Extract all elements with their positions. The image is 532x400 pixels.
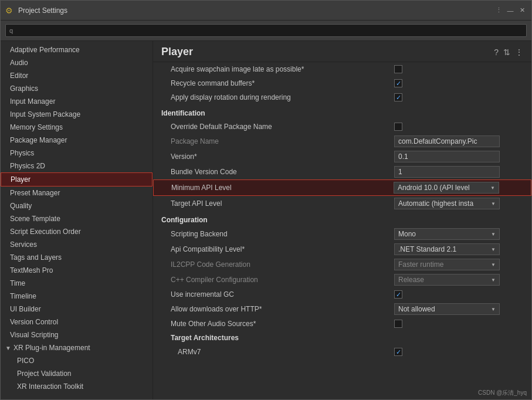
dropdown-il2cpp[interactable]: Faster runtime ▼: [394, 259, 500, 270]
sidebar-item-editor[interactable]: Editor: [1, 69, 153, 82]
sidebar-item-time[interactable]: Time: [1, 277, 153, 290]
sidebar-item-package-manager[interactable]: Package Manager: [1, 134, 153, 147]
dropdown-scripting-backend[interactable]: Mono ▼: [394, 228, 500, 240]
sidebar-item-version-control[interactable]: Version Control: [1, 316, 153, 328]
row-label-bundle-version: Bundle Version Code: [161, 168, 394, 176]
row-label-target-arch: Target Architectures: [161, 334, 523, 342]
row-value-cpp-compiler: Release ▼: [394, 274, 523, 286]
row-package-name: Package Name com.DefaultCompany.Pic: [153, 134, 531, 149]
sidebar-item-timeline[interactable]: Timeline: [1, 290, 153, 303]
minimize-button[interactable]: —: [506, 6, 515, 15]
row-scripting-backend: Scripting Backend Mono ▼: [153, 226, 531, 242]
section-identification: Identification: [153, 104, 531, 120]
checkbox-armv7[interactable]: [394, 348, 402, 356]
dropdown-allow-downloads-arrow: ▼: [491, 307, 496, 312]
field-bundle-version[interactable]: 1: [394, 166, 500, 178]
row-label-il2cpp: IL2CPP Code Generation: [161, 260, 394, 269]
sidebar-item-input-system-package[interactable]: Input System Package: [1, 108, 153, 121]
checkbox-override-package[interactable]: [394, 123, 402, 131]
dropdown-target-api-arrow: ▼: [491, 201, 496, 206]
row-il2cpp: IL2CPP Code Generation Faster runtime ▼: [153, 257, 531, 272]
sidebar-item-services[interactable]: Services: [1, 238, 153, 251]
field-package-name[interactable]: com.DefaultCompany.Pic: [394, 135, 500, 147]
row-label-apply-display: Apply display rotation during rendering: [161, 93, 394, 101]
sidebar-item-graphics[interactable]: Graphics: [1, 82, 153, 95]
search-icon: q: [9, 27, 13, 34]
sidebar-item-memory-settings[interactable]: Memory Settings: [1, 121, 153, 134]
sidebar-item-xr-interaction-toolkit[interactable]: XR Interaction Toolkit: [1, 380, 153, 393]
menu-icon[interactable]: ⋮: [494, 6, 503, 15]
layout-icon[interactable]: ⇅: [503, 48, 510, 57]
field-version[interactable]: 0.1: [394, 151, 500, 162]
row-acquire-swapchain: Acquire swapchain image late as possible…: [153, 62, 531, 76]
search-input[interactable]: [15, 26, 523, 35]
checkbox-acquire[interactable]: [394, 65, 402, 73]
sidebar-item-audio[interactable]: Audio: [1, 56, 153, 69]
row-value-scripting-backend: Mono ▼: [394, 228, 523, 240]
row-bundle-version: Bundle Version Code 1: [153, 164, 531, 179]
checkbox-recycle[interactable]: [394, 79, 402, 87]
sidebar-item-scene-template[interactable]: Scene Template: [1, 212, 153, 225]
dropdown-cpp-compiler[interactable]: Release ▼: [394, 274, 500, 286]
dropdown-scripting-backend-value: Mono: [398, 230, 416, 238]
right-panel: Player ? ⇅ ⋮ Acquire swapchain image lat…: [153, 41, 531, 399]
close-button[interactable]: ✕: [517, 6, 527, 15]
dropdown-minimum-api[interactable]: Android 10.0 (API level ▼: [394, 182, 499, 194]
row-target-arch-header: Target Architectures: [153, 331, 531, 345]
row-target-api: Target API Level Automatic (highest inst…: [153, 196, 531, 211]
row-label-api-compat: Api Compatibility Level*: [161, 245, 394, 253]
sidebar-item-ui-builder[interactable]: UI Builder: [1, 303, 153, 316]
sidebar-item-project-validation[interactable]: Project Validation: [1, 367, 153, 380]
sidebar-item-pico[interactable]: PICO: [1, 354, 153, 367]
row-label-mute-audio: Mute Other Audio Sources*: [161, 320, 394, 328]
sidebar-item-script-execution-order[interactable]: Script Execution Order: [1, 225, 153, 238]
checkbox-apply-display[interactable]: [394, 93, 402, 101]
dropdown-minimum-api-arrow: ▼: [490, 185, 495, 191]
more-icon[interactable]: ⋮: [515, 48, 523, 57]
title-bar-controls: ⋮ — ✕: [494, 6, 527, 15]
help-icon[interactable]: ?: [494, 48, 499, 57]
dropdown-allow-downloads-value: Not allowed: [398, 305, 435, 313]
row-apply-display: Apply display rotation during rendering: [153, 90, 531, 104]
dropdown-scripting-backend-arrow: ▼: [491, 232, 496, 237]
sidebar-item-preset-manager[interactable]: Preset Manager: [1, 187, 153, 199]
sidebar-item-physics-2d[interactable]: Physics 2D: [1, 160, 153, 172]
row-label-acquire: Acquire swapchain image late as possible…: [161, 65, 394, 73]
row-label-allow-downloads: Allow downloads over HTTP*: [161, 305, 394, 313]
row-label-recycle: Recycle command buffers*: [161, 79, 394, 87]
sidebar-item-tags-and-layers[interactable]: Tags and Layers: [1, 251, 153, 264]
row-value-apply-display: [394, 93, 523, 101]
sidebar-item-textmesh-pro[interactable]: TextMesh Pro: [1, 264, 153, 277]
sidebar-item-quality[interactable]: Quality: [1, 199, 153, 212]
row-value-mute-audio: [394, 320, 523, 328]
row-minimum-api: Minimum API Level Android 10.0 (API leve…: [153, 179, 531, 196]
row-label-target-api: Target API Level: [161, 199, 394, 208]
arrow-icon: ▼: [5, 345, 11, 351]
sidebar-item-input-manager[interactable]: Input Manager: [1, 95, 153, 108]
row-label-package-name: Package Name: [161, 137, 394, 145]
dropdown-target-api[interactable]: Automatic (highest insta ▼: [394, 198, 500, 209]
search-input-wrap: q: [5, 24, 527, 37]
sidebar-item-player[interactable]: Player: [1, 172, 153, 187]
search-bar: q: [1, 21, 531, 41]
row-value-package-name: com.DefaultCompany.Pic: [394, 135, 523, 147]
row-version: Version* 0.1: [153, 149, 531, 164]
sidebar-item-adaptive-performance[interactable]: Adaptive Performance: [1, 43, 153, 56]
row-value-bundle-version: 1: [394, 166, 523, 178]
row-value-target-api: Automatic (highest insta ▼: [394, 198, 523, 209]
sidebar-item-visual-scripting[interactable]: Visual Scripting: [1, 328, 153, 341]
row-label-version: Version*: [161, 152, 394, 161]
row-allow-downloads: Allow downloads over HTTP* Not allowed ▼: [153, 301, 531, 317]
dropdown-target-api-value: Automatic (highest insta: [398, 199, 473, 208]
panel-header-icons: ? ⇅ ⋮: [494, 48, 523, 57]
checkbox-mute-audio[interactable]: [394, 320, 402, 328]
dropdown-il2cpp-arrow: ▼: [491, 262, 496, 267]
sidebar-item-xr-plugin-management[interactable]: ▼ XR Plug-in Management: [1, 341, 153, 354]
sidebar-item-physics[interactable]: Physics: [1, 147, 153, 160]
scroll-area[interactable]: Acquire swapchain image late as possible…: [153, 62, 531, 399]
dropdown-api-compat[interactable]: .NET Standard 2.1 ▼: [394, 243, 500, 255]
row-label-incremental-gc: Use incremental GC: [161, 290, 394, 299]
dropdown-allow-downloads[interactable]: Not allowed ▼: [394, 303, 500, 315]
checkbox-incremental-gc[interactable]: [394, 290, 402, 299]
row-mute-audio: Mute Other Audio Sources*: [153, 317, 531, 331]
